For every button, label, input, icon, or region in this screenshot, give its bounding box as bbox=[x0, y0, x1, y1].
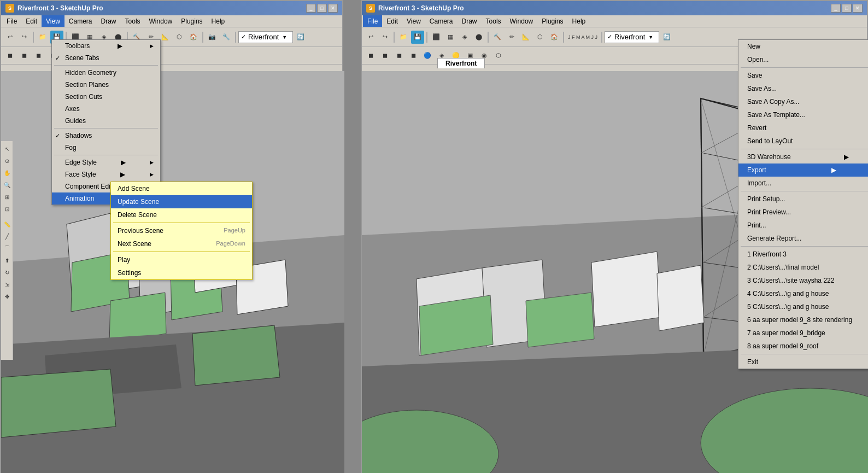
file-exit[interactable]: Exit bbox=[738, 355, 868, 369]
tool-zoomwin[interactable]: ⊡ bbox=[2, 203, 13, 214]
file-save-template[interactable]: Save As Template... bbox=[738, 108, 868, 121]
file-print-preview[interactable]: Print Preview... bbox=[738, 206, 868, 219]
tool-zoomext[interactable]: ⊞ bbox=[2, 191, 13, 202]
file-print[interactable]: Print... Ctrl+P bbox=[738, 219, 868, 232]
right-menu-tools[interactable]: Tools bbox=[482, 15, 506, 27]
minimize-btn[interactable]: _ bbox=[306, 4, 316, 13]
file-send-layout[interactable]: Send to LayOut bbox=[738, 135, 868, 148]
file-3d-warehouse[interactable]: 3D Warehouse ▶ bbox=[738, 150, 868, 163]
left-menu-draw[interactable]: Draw bbox=[97, 15, 121, 27]
file-recent-5[interactable]: 5 C:\Users\...\g and g house bbox=[738, 300, 868, 313]
anim-next-scene[interactable]: Next Scene PageDown bbox=[111, 237, 252, 250]
view-menu-face-style[interactable]: Face Style ▶ bbox=[52, 168, 160, 180]
right-minimize-btn[interactable]: _ bbox=[831, 4, 841, 13]
view-menu-edge-style[interactable]: Edge Style ▶ bbox=[52, 156, 160, 168]
left-menu-file[interactable]: File bbox=[2, 15, 21, 27]
tool-orbit[interactable]: ⊙ bbox=[2, 155, 13, 166]
left-menu-window[interactable]: Window bbox=[145, 15, 177, 27]
view-menu-section-planes[interactable]: Section Planes bbox=[52, 79, 160, 91]
left-scene-selector[interactable]: ✓ Riverfront ▼ bbox=[238, 31, 293, 43]
right-maximize-btn[interactable]: □ bbox=[842, 4, 852, 13]
tool-measure[interactable]: 📏 bbox=[2, 219, 13, 230]
tool-line[interactable]: ╱ bbox=[2, 231, 13, 242]
r-tb-c2[interactable]: ✏ bbox=[505, 31, 518, 44]
right-window-controls[interactable]: _ □ ✕ bbox=[831, 4, 863, 13]
view-menu-hidden-geo[interactable]: Hidden Geometry bbox=[52, 67, 160, 79]
left-menu-edit[interactable]: Edit bbox=[21, 15, 42, 27]
tool-zoom[interactable]: 🔍 bbox=[2, 179, 13, 190]
r-scene-dropdown-arrow[interactable]: ▼ bbox=[648, 34, 653, 40]
left-menu-help[interactable]: Help bbox=[207, 15, 230, 27]
file-import[interactable]: Import... bbox=[738, 177, 868, 190]
tool-rotate[interactable]: ↻ bbox=[2, 267, 13, 278]
anim-play[interactable]: Play bbox=[111, 253, 252, 266]
r-tb-b3[interactable]: ◈ bbox=[458, 31, 471, 44]
left-menu-tools[interactable]: Tools bbox=[121, 15, 145, 27]
right-close-btn[interactable]: ✕ bbox=[853, 4, 863, 13]
file-recent-3[interactable]: 3 C:\Users\...\site waysha 222 bbox=[738, 274, 868, 287]
view-menu-shadows[interactable]: Shadows bbox=[52, 130, 160, 142]
tool-pan[interactable]: ✋ bbox=[2, 167, 13, 178]
left-menu-view[interactable]: View bbox=[42, 15, 64, 27]
left-window-controls[interactable]: _ □ ✕ bbox=[306, 4, 338, 13]
r-tb-c5[interactable]: 🏠 bbox=[548, 31, 561, 44]
right-menu-file[interactable]: File bbox=[363, 15, 382, 27]
tool-select[interactable]: ↖ bbox=[2, 143, 13, 154]
r-tb-b4[interactable]: ⬤ bbox=[472, 31, 485, 44]
file-open[interactable]: Open... Ctrl+O bbox=[738, 53, 868, 66]
tb-redo[interactable]: ↪ bbox=[17, 31, 31, 44]
r-tb2-a10[interactable]: ⬡ bbox=[492, 49, 505, 62]
view-menu-axes[interactable]: Axes bbox=[52, 103, 160, 115]
right-menu-window[interactable]: Window bbox=[506, 15, 538, 27]
tool-arc[interactable]: ⌒ bbox=[2, 243, 13, 254]
right-menu-view[interactable]: View bbox=[402, 15, 425, 27]
tb-d1[interactable]: 📷 bbox=[206, 31, 219, 44]
anim-delete-scene[interactable]: Delete Scene bbox=[111, 208, 252, 221]
r-tb-e1[interactable]: 🔄 bbox=[660, 31, 673, 44]
r-tb-c4[interactable]: ⬡ bbox=[533, 31, 547, 44]
view-menu-fog[interactable]: Fog bbox=[52, 142, 160, 154]
r-tb-open[interactable]: 📁 bbox=[397, 31, 410, 44]
file-export[interactable]: Export ▶ bbox=[738, 163, 868, 177]
file-save-as[interactable]: Save As... bbox=[738, 82, 868, 95]
file-recent-4[interactable]: 4 C:\Users\...\g and g house bbox=[738, 287, 868, 300]
right-menu-draw[interactable]: Draw bbox=[458, 15, 482, 27]
tool-scale[interactable]: ⇲ bbox=[2, 279, 13, 290]
r-tb-b1[interactable]: ⬛ bbox=[430, 31, 443, 44]
close-btn[interactable]: ✕ bbox=[328, 4, 338, 13]
file-print-setup[interactable]: Print Setup... bbox=[738, 192, 868, 206]
right-menu-plugins[interactable]: Plugins bbox=[537, 15, 567, 27]
tb-undo[interactable]: ↩ bbox=[3, 31, 16, 44]
right-scene-selector[interactable]: ✓ Riverfront ▼ bbox=[605, 31, 659, 43]
file-recent-1[interactable]: 1 Riverfront 3 bbox=[738, 248, 868, 261]
r-tb-c3[interactable]: 📐 bbox=[519, 31, 532, 44]
right-menu-edit[interactable]: Edit bbox=[382, 15, 402, 27]
maximize-btn[interactable]: □ bbox=[317, 4, 327, 13]
r-tb-b2[interactable]: ▦ bbox=[444, 31, 457, 44]
r-tb-redo[interactable]: ↪ bbox=[378, 31, 391, 44]
file-revert[interactable]: Revert bbox=[738, 121, 868, 135]
file-recent-2[interactable]: 2 C:\Users\...\final model bbox=[738, 261, 868, 274]
r-tb-c1[interactable]: 🔨 bbox=[491, 31, 504, 44]
left-menu-plugins[interactable]: Plugins bbox=[177, 15, 207, 27]
tb-e1[interactable]: 🔄 bbox=[294, 31, 307, 44]
file-recent-7[interactable]: 7 aa super model 9_bridge bbox=[738, 326, 868, 340]
tb-d2[interactable]: 🔧 bbox=[220, 31, 233, 44]
file-recent-8[interactable]: 8 aa super model 9_roof bbox=[738, 340, 868, 353]
left-menu-camera[interactable]: Camera bbox=[64, 15, 97, 27]
anim-update-scene[interactable]: Update Scene bbox=[111, 195, 252, 208]
view-menu-toolbars[interactable]: Toolbars ▶ bbox=[52, 40, 160, 52]
tool-push[interactable]: ⬆ bbox=[2, 255, 13, 266]
right-scene-tab-active[interactable]: Riverfront bbox=[437, 58, 485, 68]
r-tb-cal[interactable]: J F M A M J J bbox=[566, 31, 599, 44]
file-save-copy[interactable]: Save A Copy As... bbox=[738, 95, 868, 108]
tb-c4[interactable]: ⬡ bbox=[173, 31, 186, 44]
tool-move[interactable]: ✥ bbox=[2, 291, 13, 302]
anim-add-scene[interactable]: Add Scene bbox=[111, 182, 252, 195]
tb-c5[interactable]: 🏠 bbox=[187, 31, 200, 44]
file-save[interactable]: Save Ctrl+S bbox=[738, 69, 868, 82]
view-menu-guides[interactable]: Guides bbox=[52, 115, 160, 127]
view-menu-scene-tabs[interactable]: Scene Tabs bbox=[52, 52, 160, 64]
anim-prev-scene[interactable]: Previous Scene PageUp bbox=[111, 224, 252, 237]
scene-dropdown-arrow[interactable]: ▼ bbox=[282, 34, 287, 40]
